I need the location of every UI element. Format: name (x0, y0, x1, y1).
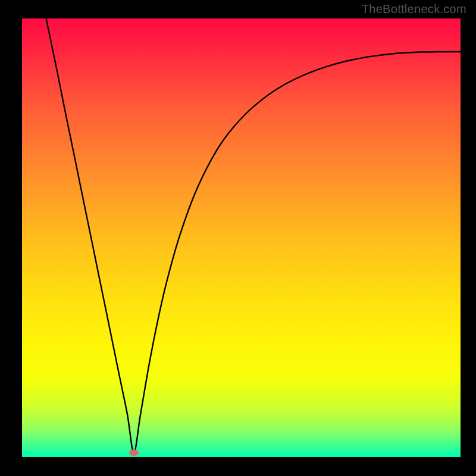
chart-gradient-background (22, 18, 461, 457)
chart-marker-dot (129, 449, 139, 456)
chart-frame: TheBottleneck.com (0, 0, 476, 476)
chart-svg (22, 18, 461, 457)
watermark-text: TheBottleneck.com (362, 2, 466, 16)
chart-plot-area (22, 18, 461, 457)
